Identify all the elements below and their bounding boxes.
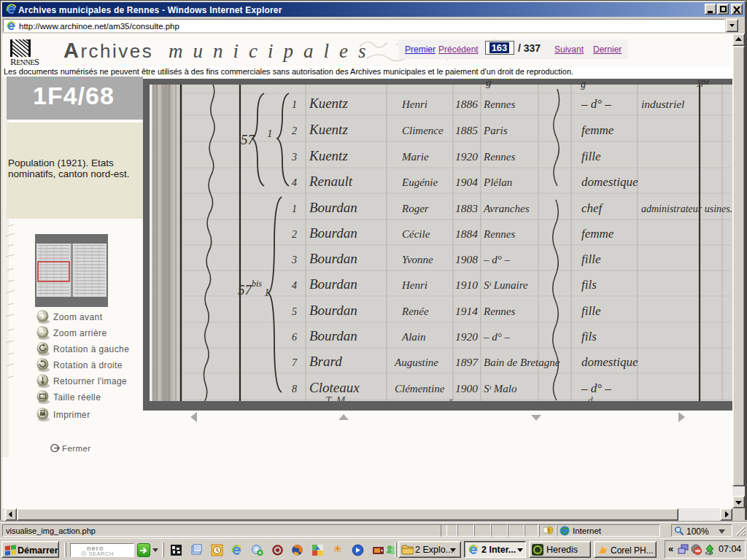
svg-text:bis: bis — [252, 279, 262, 289]
svg-text:4: 4 — [292, 280, 297, 291]
svg-text:fille: fille — [581, 252, 601, 266]
svg-text:administrateur usines.: administrateur usines. — [641, 203, 732, 214]
svg-text:Renault: Renault — [309, 174, 353, 189]
svg-text:1: 1 — [292, 203, 297, 214]
svg-text:Eugénie: Eugénie — [401, 176, 438, 188]
svg-text:Marie: Marie — [401, 151, 429, 163]
svg-text:1904: 1904 — [455, 176, 478, 188]
svg-text:57: 57 — [238, 282, 253, 298]
svg-text:Rennes: Rennes — [483, 98, 515, 110]
svg-text:1900: 1900 — [455, 382, 478, 394]
svg-text:Brard: Brard — [309, 354, 342, 369]
svg-text:1886: 1886 — [455, 98, 478, 110]
svg-text:Clémentine: Clémentine — [395, 383, 445, 394]
svg-text:Yvonne: Yvonne — [402, 254, 433, 265]
svg-text:domestique: domestique — [581, 175, 638, 189]
svg-text:g: g — [581, 79, 586, 90]
svg-text:5: 5 — [292, 306, 297, 317]
svg-text:Cécile: Cécile — [402, 228, 430, 240]
svg-text:fils: fils — [581, 330, 597, 343]
svg-text:RENNES: RENNES — [10, 56, 39, 67]
svg-text:Rennes: Rennes — [483, 306, 515, 317]
svg-text:Alain: Alain — [401, 331, 426, 343]
svg-text:– d° –: – d° – — [483, 254, 510, 265]
svg-text:Kuentz: Kuentz — [309, 122, 348, 137]
svg-text:chef: chef — [581, 201, 604, 215]
svg-text:Bourdan: Bourdan — [309, 200, 357, 215]
svg-text:8: 8 — [292, 384, 297, 394]
svg-text:Rennes: Rennes — [483, 151, 515, 163]
svg-text:Climence: Climence — [402, 125, 444, 136]
svg-text:!: ! — [548, 527, 550, 534]
svg-text:1910: 1910 — [455, 279, 478, 291]
svg-text:1914: 1914 — [455, 305, 478, 317]
svg-text:Rennes: Rennes — [483, 228, 515, 240]
svg-text:1920: 1920 — [455, 330, 478, 343]
svg-text:6: 6 — [292, 332, 297, 343]
svg-text:Plélan: Plélan — [483, 176, 512, 188]
svg-text:fille: fille — [581, 149, 601, 163]
svg-text:Bourdan: Bourdan — [309, 225, 357, 241]
svg-text:3: 3 — [291, 254, 297, 265]
svg-text:Paris: Paris — [483, 125, 508, 136]
svg-text:Renée: Renée — [401, 306, 429, 317]
svg-text:Sᵗ Malo: Sᵗ Malo — [484, 383, 517, 394]
svg-text:Sᵗ Lunaire: Sᵗ Lunaire — [484, 279, 528, 291]
svg-text:– d° –: – d° – — [581, 381, 611, 395]
svg-text:Bourdan: Bourdan — [309, 303, 357, 318]
svg-text:– d° –: – d° – — [581, 97, 611, 111]
svg-text:2: 2 — [292, 229, 297, 240]
svg-text:Avranches: Avranches — [483, 203, 530, 214]
svg-text:industriel: industriel — [641, 98, 684, 110]
svg-text:Cloteaux: Cloteaux — [309, 380, 360, 395]
svg-text:femme: femme — [581, 123, 614, 137]
svg-text:Kuentz: Kuentz — [309, 96, 348, 111]
svg-text:g: g — [486, 79, 492, 88]
svg-text:1883: 1883 — [455, 202, 478, 214]
svg-text:fille: fille — [581, 304, 601, 318]
svg-text:Bain de Bretagne: Bain de Bretagne — [484, 357, 560, 368]
svg-text:fils: fils — [581, 278, 597, 292]
svg-text:1884: 1884 — [455, 228, 478, 240]
svg-text:– d° –: – d° – — [483, 331, 510, 343]
svg-text:femme: femme — [581, 227, 614, 241]
svg-text:Augustine: Augustine — [394, 357, 438, 368]
svg-text:1897: 1897 — [455, 356, 479, 368]
svg-text:Kuentz: Kuentz — [309, 148, 348, 163]
svg-text:1: 1 — [264, 287, 270, 298]
svg-text:7: 7 — [292, 357, 298, 368]
svg-text:Bourdan: Bourdan — [309, 276, 357, 292]
svg-text:3: 3 — [291, 152, 297, 163]
svg-text:domestique: domestique — [581, 355, 638, 369]
svg-text:Bourdan: Bourdan — [309, 251, 357, 266]
svg-text:1885: 1885 — [455, 124, 478, 136]
svg-text:Henri: Henri — [401, 98, 427, 110]
svg-text:1908: 1908 — [455, 253, 478, 265]
svg-text:Bourdan: Bourdan — [309, 328, 357, 343]
svg-text:Roger: Roger — [401, 203, 429, 214]
svg-text:ype: ype — [697, 79, 710, 87]
svg-text:4: 4 — [292, 177, 297, 188]
svg-text:2: 2 — [292, 125, 297, 136]
svg-text:57: 57 — [241, 132, 256, 147]
svg-text:1: 1 — [292, 99, 297, 110]
svg-text:1920: 1920 — [455, 150, 478, 163]
svg-text:1: 1 — [267, 128, 273, 139]
svg-text:Henri: Henri — [401, 279, 427, 291]
